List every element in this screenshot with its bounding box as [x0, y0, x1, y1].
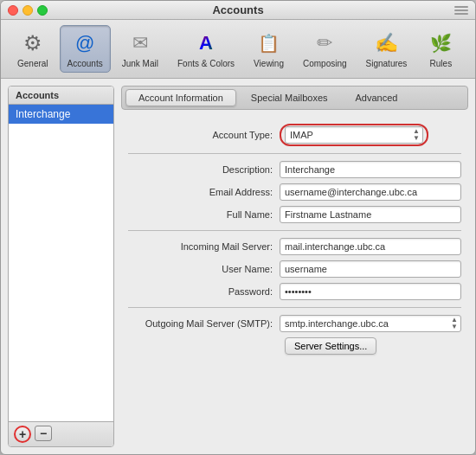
incoming-server-row: Incoming Mail Server:	[128, 238, 461, 255]
account-type-label: Account Type:	[128, 130, 280, 140]
content-area: Accounts Interchange + − Account Informa…	[1, 79, 475, 454]
toolbar-rules[interactable]: Rules	[418, 25, 463, 73]
toolbar-junkmail-label: Junk Mail	[122, 59, 158, 68]
description-row: Description:	[128, 161, 461, 178]
sidebar-list: Interchange	[9, 105, 113, 421]
window-controls	[8, 5, 48, 16]
account-type-field: IMAP ▲▼	[285, 126, 423, 144]
toolbar-signatures-label: Signatures	[366, 59, 408, 68]
outgoing-server-row: Outgoing Mail Server (SMTP): smtp.interc…	[128, 315, 461, 332]
toolbar-general-label: General	[17, 59, 48, 68]
toolbar-accounts-label: Accounts	[68, 59, 103, 68]
toolbar-composing[interactable]: Composing	[295, 25, 355, 73]
fonts-icon	[192, 29, 220, 57]
maximize-button[interactable]	[37, 5, 48, 16]
sidebar-header: Accounts	[9, 87, 113, 105]
toolbar-general[interactable]: General	[10, 25, 56, 73]
divider-2	[128, 230, 461, 231]
junkmail-icon	[126, 29, 154, 57]
toolbar-signatures[interactable]: Signatures	[358, 25, 415, 73]
toolbar-fonts[interactable]: Fonts & Colors	[170, 25, 242, 73]
email-row: Email Address:	[128, 183, 461, 201]
divider-3	[128, 307, 461, 308]
close-button[interactable]	[8, 5, 18, 16]
toolbar-fonts-label: Fonts & Colors	[177, 59, 235, 68]
sidebar-item-interchange[interactable]: Interchange	[9, 105, 113, 124]
username-label: User Name:	[128, 264, 280, 274]
composing-icon	[311, 29, 338, 57]
outgoing-server-wrapper: smtp.interchange.ubc.ca ▲▼	[280, 315, 461, 332]
email-label: Email Address:	[128, 187, 280, 197]
server-settings-row: Server Settings...	[128, 337, 461, 355]
password-input[interactable]	[280, 283, 461, 300]
server-settings-button[interactable]: Server Settings...	[285, 337, 376, 355]
username-row: User Name:	[128, 260, 461, 278]
fullname-input[interactable]	[280, 206, 461, 223]
toolbar-rules-label: Rules	[430, 59, 453, 68]
account-type-select[interactable]: IMAP	[285, 126, 423, 144]
minimize-button[interactable]	[23, 5, 33, 16]
outgoing-server-select[interactable]: smtp.interchange.ubc.ca	[280, 315, 461, 332]
sidebar-footer: + −	[9, 421, 113, 446]
general-icon	[19, 29, 47, 57]
remove-account-button[interactable]: −	[35, 426, 52, 441]
tab-special-mailboxes[interactable]: Special Mailboxes	[238, 89, 341, 106]
viewing-icon	[255, 29, 283, 57]
tab-advanced[interactable]: Advanced	[343, 89, 411, 106]
main-panel: Account Information Special Mailboxes Ad…	[121, 86, 468, 447]
description-label: Description:	[128, 164, 280, 175]
account-type-row: Account Type: IMAP ▲▼	[128, 124, 461, 146]
username-input[interactable]	[280, 260, 461, 278]
rules-icon	[427, 29, 454, 57]
fullname-row: Full Name:	[128, 206, 461, 223]
tab-bar: Account Information Special Mailboxes Ad…	[121, 86, 468, 110]
resize-handle[interactable]	[454, 6, 468, 15]
description-input[interactable]	[280, 161, 461, 178]
email-input[interactable]	[280, 183, 461, 201]
accounts-sidebar: Accounts Interchange + −	[8, 86, 114, 447]
outgoing-server-label: Outgoing Mail Server (SMTP):	[128, 318, 280, 329]
fullname-label: Full Name:	[128, 209, 280, 220]
main-window: Accounts General Accounts Junk Mail Font…	[0, 0, 476, 455]
toolbar: General Accounts Junk Mail Fonts & Color…	[1, 20, 475, 79]
toolbar-viewing[interactable]: Viewing	[246, 25, 292, 73]
toolbar-accounts[interactable]: Accounts	[60, 25, 111, 73]
toolbar-viewing-label: Viewing	[254, 59, 284, 68]
signatures-icon	[372, 29, 400, 57]
accounts-icon	[71, 29, 99, 57]
account-type-select-wrapper: IMAP ▲▼	[280, 124, 428, 146]
window-title: Accounts	[212, 3, 263, 16]
add-account-button[interactable]: +	[14, 426, 31, 443]
incoming-server-input[interactable]	[280, 238, 461, 255]
tab-account-information[interactable]: Account Information	[125, 89, 236, 106]
incoming-server-label: Incoming Mail Server:	[128, 241, 280, 252]
toolbar-composing-label: Composing	[303, 59, 347, 68]
titlebar: Accounts	[1, 1, 475, 20]
password-row: Password:	[128, 283, 461, 300]
toolbar-junkmail[interactable]: Junk Mail	[114, 25, 166, 73]
form-panel: Account Type: IMAP ▲▼	[121, 115, 468, 447]
password-label: Password:	[128, 286, 280, 297]
divider-1	[128, 153, 461, 154]
